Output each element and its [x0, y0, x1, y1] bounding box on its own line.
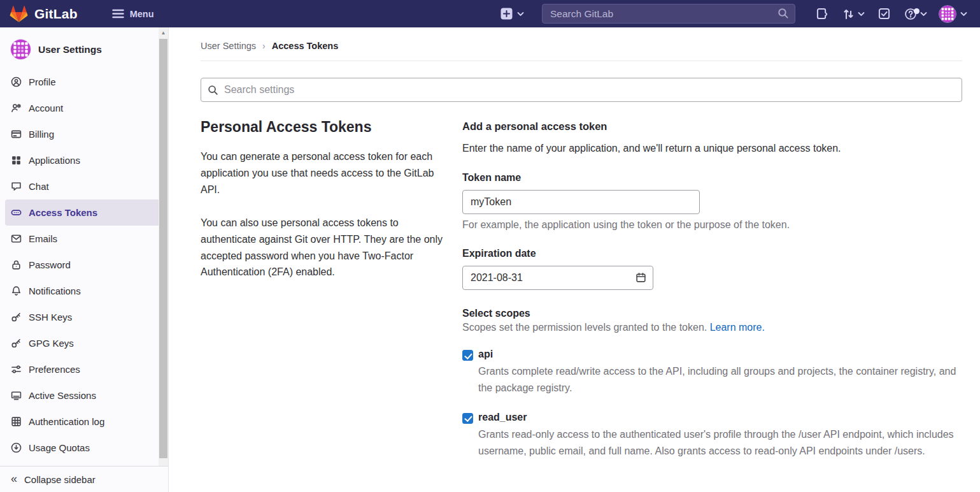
calendar-icon[interactable]	[636, 272, 646, 283]
password-icon	[11, 259, 22, 270]
sidebar-item-billing[interactable]: Billing	[5, 121, 163, 147]
breadcrumb-user-settings[interactable]: User Settings	[201, 41, 256, 51]
scope-description: Grants complete read/write access to the…	[478, 363, 962, 396]
issues-icon	[816, 7, 829, 20]
collapse-sidebar-icon: «	[11, 473, 17, 484]
hamburger-icon	[112, 9, 124, 18]
sidebar-item-active-sessions[interactable]: Active Sessions	[5, 382, 163, 409]
sidebar-item-profile[interactable]: Profile	[5, 69, 163, 95]
profile-icon	[11, 76, 22, 87]
settings-sidebar: User Settings Profile Account	[0, 27, 169, 492]
issues-button[interactable]	[811, 4, 834, 24]
description-paragraph: You can generate a personal access token…	[201, 148, 446, 198]
sidebar-item-ssh-keys[interactable]: SSH Keys	[5, 304, 163, 330]
chevron-down-icon	[517, 11, 524, 17]
search-icon	[208, 85, 218, 96]
new-menu-button[interactable]	[501, 8, 524, 20]
page-title: Personal Access Tokens	[201, 119, 446, 136]
scope-row-read-user: read_user Grants read-only access to the…	[462, 412, 962, 459]
breadcrumb: User Settings › Access Tokens	[201, 27, 962, 61]
read-user-scope-checkbox[interactable]	[462, 413, 473, 424]
api-scope-checkbox[interactable]	[462, 350, 473, 361]
scopes-help-text: Scopes set the permission levels granted…	[462, 322, 962, 333]
scope-row-api: api Grants complete read/write access to…	[462, 349, 962, 396]
gpg-keys-icon	[11, 338, 22, 349]
account-icon	[11, 103, 22, 113]
chat-icon	[11, 181, 22, 192]
merge-requests-button[interactable]	[837, 4, 870, 24]
menu-label: Menu	[130, 9, 154, 19]
expiration-date-input[interactable]	[462, 266, 653, 290]
sidebar-item-preferences[interactable]: Preferences	[5, 356, 163, 382]
active-sessions-icon	[11, 390, 22, 401]
chevron-down-icon	[960, 11, 967, 17]
collapse-sidebar-label: Collapse sidebar	[24, 474, 96, 485]
scrollbar-thumb[interactable]	[159, 39, 167, 458]
applications-icon	[11, 155, 22, 166]
scrollbar-up-arrow[interactable]: ▲	[159, 27, 168, 36]
sidebar-item-applications[interactable]: Applications	[5, 147, 163, 173]
form-intro: Enter the name of your application, and …	[462, 143, 962, 154]
sidebar-item-emails[interactable]: Emails	[5, 226, 163, 252]
gitlab-logo-text: GitLab	[34, 6, 78, 22]
todo-check-icon	[877, 7, 891, 20]
scope-name: api	[478, 349, 962, 360]
breadcrumb-access-tokens: Access Tokens	[272, 41, 339, 51]
sidebar-item-authentication-log[interactable]: Authentication log	[5, 409, 163, 435]
preferences-icon	[11, 364, 22, 375]
plus-square-icon	[501, 8, 513, 20]
user-avatar	[10, 39, 31, 60]
sidebar-item-access-tokens[interactable]: Access Tokens	[5, 199, 163, 226]
token-name-input[interactable]	[462, 190, 700, 214]
billing-icon	[11, 129, 22, 140]
sidebar-item-gpg-keys[interactable]: GPG Keys	[5, 330, 163, 356]
sidebar-item-chat[interactable]: Chat	[5, 173, 163, 199]
breadcrumb-divider	[201, 61, 962, 61]
search-icon	[778, 8, 789, 19]
learn-more-link[interactable]: Learn more.	[710, 322, 765, 333]
select-scopes-title: Select scopes	[462, 308, 962, 319]
collapse-sidebar-button[interactable]: « Collapse sidebar	[0, 466, 168, 492]
main-content: User Settings › Access Tokens Personal A…	[169, 27, 980, 492]
add-token-form: Add a personal access token Enter the na…	[462, 119, 962, 475]
expiration-date-label: Expiration date	[462, 248, 962, 259]
access-tokens-icon	[11, 207, 22, 218]
sidebar-item-notifications[interactable]: Notifications	[5, 278, 163, 304]
global-search-input[interactable]	[542, 4, 795, 24]
ssh-keys-icon	[11, 312, 22, 322]
avatar	[939, 5, 956, 23]
description-paragraph: You can also use personal access tokens …	[201, 215, 446, 281]
scope-description: Grants read-only access to the authentic…	[478, 426, 962, 459]
help-icon	[904, 7, 918, 21]
sidebar-item-usage-quotas[interactable]: Usage Quotas	[5, 435, 163, 461]
token-name-label: Token name	[462, 172, 962, 184]
gitlab-tanuki-icon	[9, 4, 29, 24]
scope-name: read_user	[478, 412, 962, 423]
section-description: Personal Access Tokens You can generate …	[201, 119, 446, 475]
chevron-down-icon	[858, 11, 865, 17]
notification-dot	[914, 8, 920, 14]
chevron-down-icon	[920, 11, 927, 17]
sidebar-scrollbar[interactable]: ▲	[159, 27, 168, 466]
todos-button[interactable]	[872, 4, 896, 24]
sidebar-title: User Settings	[38, 44, 102, 55]
usage-quotas-icon	[11, 442, 22, 453]
merge-request-icon	[842, 7, 855, 20]
user-menu-button[interactable]	[935, 3, 971, 25]
help-menu-button[interactable]	[898, 4, 932, 24]
sidebar-nav: Profile Account Billing	[0, 69, 168, 461]
form-title: Add a personal access token	[462, 120, 962, 133]
sidebar-item-password[interactable]: Password	[5, 252, 163, 278]
top-navbar: GitLab Menu	[0, 0, 980, 27]
authentication-log-icon	[11, 416, 22, 427]
sidebar-item-account[interactable]: Account	[5, 95, 163, 121]
search-settings-input[interactable]	[201, 78, 962, 102]
notifications-icon	[11, 286, 22, 296]
token-name-help: For example, the application using the t…	[462, 219, 962, 231]
sidebar-header: User Settings	[0, 34, 168, 69]
menu-button[interactable]: Menu	[108, 8, 158, 20]
emails-icon	[11, 233, 22, 244]
breadcrumb-separator-icon: ›	[262, 41, 266, 51]
gitlab-logo[interactable]: GitLab	[9, 4, 78, 24]
